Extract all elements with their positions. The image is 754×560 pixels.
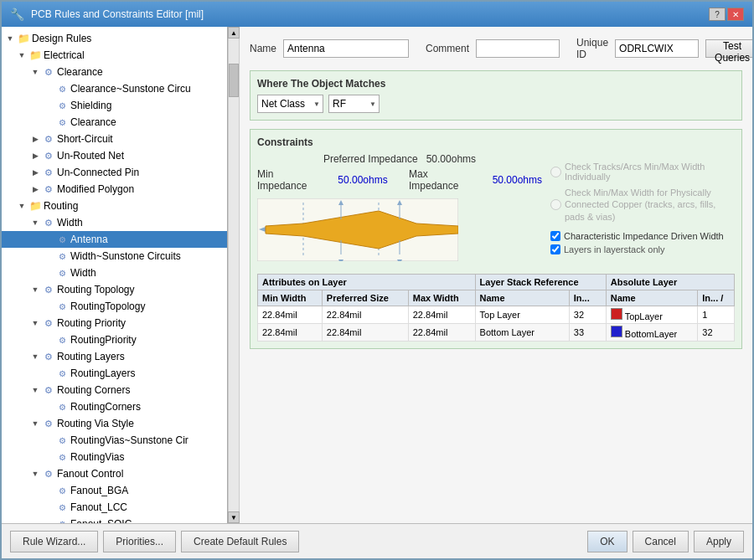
check3-checkbox[interactable]	[550, 231, 560, 241]
cell-abs-name: BottomLayer	[606, 324, 698, 342]
apply-button[interactable]: Apply	[694, 531, 744, 552]
create-default-rules-button[interactable]: Create Default Rules	[181, 531, 299, 552]
rf-dropdown[interactable]: RF Power GND All	[328, 95, 380, 113]
expander-modified[interactable]: ▶	[28, 182, 42, 196]
cell-abs-in: 1	[698, 306, 735, 324]
cell-name: Bottom Layer	[475, 324, 569, 342]
tree-item-routing-topology2[interactable]: ⚙ RoutingTopology	[2, 298, 227, 315]
tree-item-antenna[interactable]: ⚙ Antenna	[2, 231, 227, 248]
folder-icon-routing: 📁	[28, 199, 42, 213]
tree-item-shielding[interactable]: ⚙ Shielding	[2, 97, 227, 114]
tree-item-short-circuit[interactable]: ▶ ⚙ Short-Circuit	[2, 131, 227, 147]
tree-item-fanout-control[interactable]: ▼ ⚙ Fanout Control	[2, 465, 227, 482]
expander-priority[interactable]: ▼	[28, 316, 42, 330]
comment-input[interactable]	[476, 39, 560, 58]
expander-clearance[interactable]: ▼	[28, 65, 42, 79]
expander-fanout[interactable]: ▼	[28, 467, 42, 480]
tree-item-routing-corners2[interactable]: ⚙ RoutingCorners	[2, 398, 227, 415]
label-electrical: Electrical	[44, 49, 85, 61]
label-routing-topology: Routing Topology	[57, 284, 135, 295]
tree-item-design-rules[interactable]: ▼ 📁 Design Rules	[2, 30, 227, 47]
tree-item-routing-layers2[interactable]: ⚙ RoutingLayers	[2, 365, 227, 382]
check4-checkbox[interactable]	[550, 244, 560, 254]
tree-item-modified-polygon[interactable]: ▶ ⚙ Modified Polygon	[2, 181, 227, 198]
tree-item-unrouted[interactable]: ▶ ⚙ Un-Routed Net	[2, 147, 227, 164]
tree-item-clearance-group[interactable]: ▼ ⚙ Clearance	[2, 64, 227, 80]
col-abs-name: Name	[606, 290, 698, 306]
tree-item-clearance2[interactable]: ⚙ Clearance	[2, 114, 227, 131]
label-unconnected: Un-Connected Pin	[57, 167, 139, 178]
form-row-top: Name Comment Unique ID Test Queries	[250, 37, 742, 60]
col-group-layer-stack: Layer Stack Reference	[475, 275, 606, 290]
label-routing-corners: Routing Corners	[57, 384, 130, 396]
comment-label: Comment	[426, 43, 469, 54]
tree-item-routing[interactable]: ▼ 📁 Routing	[2, 198, 227, 214]
expander-corners[interactable]: ▼	[28, 383, 42, 397]
tree-item-width-sunstone[interactable]: ⚙ Width~Sunstone Circuits	[2, 248, 227, 265]
tree-item-routing-vias2[interactable]: ⚙ RoutingVias	[2, 449, 227, 465]
cell-max-width: 22.84mil	[408, 306, 475, 324]
scroll-up-btn[interactable]: ▲	[228, 27, 240, 39]
check1-label: Check Tracks/Arcs Min/Max Width Individu…	[565, 162, 735, 182]
tree-item-electrical[interactable]: ▼ 📁 Electrical	[2, 47, 227, 64]
cell-preferred-size: 22.84mil	[322, 306, 408, 324]
tree-panel[interactable]: ▼ 📁 Design Rules ▼ 📁 Electrical	[2, 27, 228, 523]
icon-fanout-lcc: ⚙	[55, 501, 69, 514]
netclass-dropdown[interactable]: Net Class Net Layer	[257, 95, 323, 113]
expander-width[interactable]: ▼	[28, 216, 42, 229]
rule-wizard-button[interactable]: Rule Wizard...	[10, 531, 98, 552]
app-icon: 🔧	[10, 8, 24, 21]
expander-unrouted[interactable]: ▶	[28, 149, 42, 162]
expander-layers[interactable]: ▼	[28, 350, 42, 363]
name-input[interactable]	[283, 39, 409, 58]
icon-clearance: ⚙	[42, 65, 55, 79]
tree-item-unconnected[interactable]: ▶ ⚙ Un-Connected Pin	[2, 164, 227, 181]
tree-item-routing-topology[interactable]: ▼ ⚙ Routing Topology	[2, 281, 227, 298]
name-label: Name	[250, 43, 276, 54]
title-bar-buttons: ? ✕	[709, 8, 744, 21]
expander-via[interactable]: ▼	[28, 417, 42, 430]
tree-scrollbar[interactable]: ▲ ▼	[228, 27, 240, 523]
cell-max-width: 22.84mil	[408, 324, 475, 342]
tree-item-routing-layers[interactable]: ▼ ⚙ Routing Layers	[2, 348, 227, 365]
table-row[interactable]: 22.84mil 22.84mil 22.84mil Bottom Layer …	[258, 324, 735, 342]
tree-item-width2[interactable]: ⚙ Width	[2, 265, 227, 281]
window-title: PCB Rules and Constraints Editor [mil]	[31, 8, 204, 20]
label-shielding: Shielding	[70, 100, 111, 111]
tree-item-clearance-sunstone[interactable]: ⚙ Clearance~Sunstone Circu	[2, 80, 227, 97]
tree-item-fanout-soic[interactable]: ⚙ Fanout_SOIC	[2, 516, 227, 523]
scroll-thumb[interactable]	[229, 64, 239, 97]
expander-short[interactable]: ▶	[28, 132, 42, 146]
expander-routing[interactable]: ▼	[15, 199, 28, 213]
tree-item-routing-priority2[interactable]: ⚙ RoutingPriority	[2, 331, 227, 348]
help-button[interactable]: ?	[709, 8, 726, 21]
label-short-circuit: Short-Circuit	[57, 133, 113, 145]
tree-item-fanout-bga[interactable]: ⚙ Fanout_BGA	[2, 482, 227, 499]
preferred-impedance-label: Preferred Impedance	[323, 153, 418, 165]
expander-topology[interactable]: ▼	[28, 283, 42, 296]
unique-id-input[interactable]	[615, 39, 699, 58]
ok-button[interactable]: OK	[587, 531, 627, 552]
test-queries-button[interactable]: Test Queries	[705, 39, 752, 58]
icon-width-sunstone: ⚙	[55, 249, 69, 263]
table-row[interactable]: 22.84mil 22.84mil 22.84mil Top Layer 32 …	[258, 306, 735, 324]
tree-item-routing-corners[interactable]: ▼ ⚙ Routing Corners	[2, 382, 227, 398]
expander-electrical[interactable]: ▼	[15, 49, 28, 62]
close-button[interactable]: ✕	[727, 8, 744, 21]
tree-item-routing-priority[interactable]: ▼ ⚙ Routing Priority	[2, 315, 227, 331]
icon-corners: ⚙	[42, 383, 55, 397]
tree-item-routing-vias-sunstone[interactable]: ⚙ RoutingVias~Sunstone Cir	[2, 432, 227, 449]
expander-design-rules[interactable]: ▼	[3, 32, 17, 45]
cancel-button[interactable]: Cancel	[633, 531, 689, 552]
label-width2: Width	[70, 267, 96, 279]
netclass-dropdown-wrap: Net Class Net Layer	[257, 95, 323, 113]
tree-item-width[interactable]: ▼ ⚙ Width	[2, 214, 227, 231]
scroll-down-btn[interactable]: ▼	[228, 511, 240, 523]
priorities-button[interactable]: Priorities...	[103, 531, 176, 552]
expander-unconnected[interactable]: ▶	[28, 166, 42, 179]
tree-item-routing-via-style[interactable]: ▼ ⚙ Routing Via Style	[2, 415, 227, 432]
icon-antenna: ⚙	[55, 233, 69, 246]
tree-item-fanout-lcc[interactable]: ⚙ Fanout_LCC	[2, 499, 227, 516]
max-impedance-value: 50.00ohms	[493, 174, 542, 186]
min-impedance-value: 50.00ohms	[338, 174, 387, 186]
